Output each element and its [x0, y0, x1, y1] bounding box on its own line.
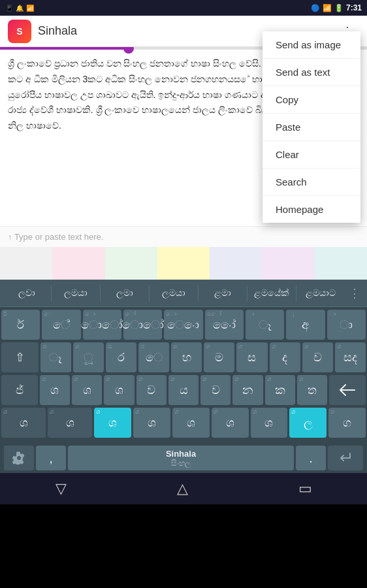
- key-aa[interactable]: ාෑ: [246, 310, 284, 340]
- key-ra[interactable]: සර: [106, 342, 136, 372]
- key-o1[interactable]: ොොෝ: [83, 310, 121, 340]
- suggestions-row: ලවා ලමයා ලමා ලමයා ළමා ළමයේක් ළමයාට ⋮: [0, 280, 367, 307]
- menu-clear[interactable]: Clear: [263, 141, 360, 169]
- key-row-2: ⇧ ශෑ ශූ සර ශෙ ශහ ශම ශස ශද ශව ශසද: [1, 342, 366, 372]
- app-icon: S: [8, 20, 31, 43]
- key-row-1: ර්ර් ෙේ ොොෝ ෝොෝ ොෙ·ො ෙෝ·ෙෝ ාෑ ෑඅ ෘා: [1, 310, 366, 340]
- input-hint-text: ↑ Type or paste text here.: [8, 232, 103, 242]
- key-ka[interactable]: ශක: [265, 375, 295, 405]
- suggestion-4[interactable]: ලමයා: [150, 285, 198, 301]
- enter-key[interactable]: [328, 446, 363, 470]
- key-ma[interactable]: ශම: [204, 342, 234, 372]
- keyboard-area: ලවා ලමයා ලමා ලමයා ළමා ළමයේක් ළමයාට ⋮ ර්ර…: [0, 280, 367, 504]
- suggestion-more-icon[interactable]: ⋮: [345, 286, 364, 301]
- key-va3[interactable]: ශව: [200, 375, 231, 405]
- key-ai[interactable]: ශෑ: [40, 342, 71, 372]
- key-sh7[interactable]: ශශ: [172, 408, 210, 438]
- key-da-highlighted[interactable]: ශශ: [94, 408, 131, 438]
- comma-key[interactable]: ,: [36, 446, 66, 470]
- menu-send-as-text[interactable]: Send as text: [263, 59, 360, 86]
- settings-key[interactable]: [4, 446, 34, 470]
- key-sh2[interactable]: ශශ: [72, 375, 102, 405]
- time: 7:31: [346, 3, 362, 12]
- key-aa2[interactable]: ෑඅ: [286, 310, 325, 340]
- key-ta[interactable]: ශත: [297, 375, 327, 405]
- key-ya[interactable]: ශය: [168, 375, 199, 405]
- key-o2[interactable]: ෝොෝ: [123, 310, 162, 340]
- suggestion-6[interactable]: ළමයේක්: [247, 285, 296, 301]
- key-ha[interactable]: ශහ: [171, 342, 202, 372]
- suggestion-7[interactable]: ළමයාට: [296, 285, 345, 301]
- input-hint[interactable]: ↑ Type or paste text here.: [0, 226, 367, 247]
- period-key[interactable]: .: [296, 446, 326, 470]
- key-e2[interactable]: ශෙ: [138, 342, 169, 372]
- key-la-highlighted[interactable]: ශල: [289, 408, 327, 438]
- context-menu: Send as image Send as text Copy Paste Cl…: [263, 31, 360, 223]
- swatch-5[interactable]: [210, 247, 262, 280]
- bluetooth-icon: 🔵: [311, 4, 320, 12]
- key-sh1[interactable]: ශශ: [40, 375, 70, 405]
- key-e1[interactable]: ෙේ: [42, 310, 80, 340]
- svg-text:S: S: [16, 26, 22, 37]
- key-row-3: ජ් ශශ ශශ ශශ ශව ශය ශව ශන ශක ශත: [1, 375, 366, 405]
- key-sh9[interactable]: ශශ: [251, 408, 288, 438]
- menu-copy[interactable]: Copy: [263, 86, 360, 114]
- key-sh5[interactable]: ශශ: [48, 408, 92, 438]
- key-sh6[interactable]: ශශ: [133, 408, 170, 438]
- lang-name: Sinhala: [166, 449, 196, 459]
- battery-icon: 🔋: [334, 4, 343, 12]
- swatch-3[interactable]: [105, 247, 157, 280]
- key-sa[interactable]: ශස: [236, 342, 267, 372]
- key-da[interactable]: ශද: [270, 342, 300, 372]
- wifi-icon: 📶: [323, 4, 332, 12]
- menu-paste[interactable]: Paste: [263, 114, 360, 141]
- swatch-4[interactable]: [157, 247, 210, 280]
- keyboard-settings-row: , Sinhala සිංහල .: [0, 443, 367, 473]
- key-sda[interactable]: ශසද: [335, 342, 366, 372]
- key-oe2[interactable]: ෙෝ·ෙෝ: [205, 310, 244, 340]
- back-nav-button[interactable]: ▽: [56, 480, 67, 497]
- key-ru[interactable]: ෘා: [327, 310, 366, 340]
- status-right: 🔵 📶 🔋 7:31: [311, 3, 362, 12]
- key-ja[interactable]: ජ්: [1, 375, 38, 405]
- home-nav-button[interactable]: △: [177, 480, 188, 497]
- key-oe[interactable]: ොෙ·ො: [164, 310, 202, 340]
- swatch-7[interactable]: [315, 247, 367, 280]
- slider-fill: [0, 47, 129, 50]
- key-ga[interactable]: ශග: [328, 408, 366, 438]
- suggestion-1[interactable]: ලවා: [3, 285, 51, 301]
- status-left: 📱 🔔 📶: [5, 5, 34, 12]
- keyboard-rows: ර්ර් ෙේ ොොෝ ෝොෝ ොෙ·ො ෙෝ·ෙෝ ාෑ ෑඅ ෘා ⇧ …: [0, 307, 367, 443]
- nav-bar: ▽ △ ▭: [0, 473, 367, 504]
- suggestion-3[interactable]: ලමා: [101, 285, 149, 301]
- lang-native: සිංහල: [171, 459, 191, 468]
- key-backspace[interactable]: [329, 375, 366, 405]
- status-bar: 📱 🔔 📶 🔵 📶 🔋 7:31: [0, 0, 367, 16]
- key-sh4[interactable]: ශශ: [1, 408, 46, 438]
- swatch-2[interactable]: [52, 247, 104, 280]
- swatch-1[interactable]: [0, 247, 52, 280]
- menu-send-as-image[interactable]: Send as image: [263, 31, 360, 59]
- key-va[interactable]: ශව: [302, 342, 333, 372]
- key-va2[interactable]: ශව: [136, 375, 167, 405]
- color-swatches: [0, 247, 367, 280]
- suggestion-2[interactable]: ලමයා: [52, 285, 100, 301]
- key-r[interactable]: ර්ර්: [1, 310, 40, 340]
- swatch-6[interactable]: [262, 247, 314, 280]
- space-bar-key[interactable]: Sinhala සිංහල: [68, 446, 294, 470]
- menu-search[interactable]: Search: [263, 169, 360, 196]
- recent-nav-button[interactable]: ▭: [298, 480, 312, 497]
- key-sh3[interactable]: ශශ: [104, 375, 134, 405]
- key-uu[interactable]: ශූ: [73, 342, 104, 372]
- key-row-4: ශශ ශශ ශශ ශශ ශශ ශශ ශශ ශල ශග: [1, 408, 366, 438]
- key-na[interactable]: ශන: [232, 375, 263, 405]
- key-sh8[interactable]: ශශ: [212, 408, 249, 438]
- menu-homepage[interactable]: Homepage: [263, 196, 360, 223]
- suggestion-5[interactable]: ළමා: [199, 285, 247, 301]
- key-shift[interactable]: ⇧: [1, 342, 39, 372]
